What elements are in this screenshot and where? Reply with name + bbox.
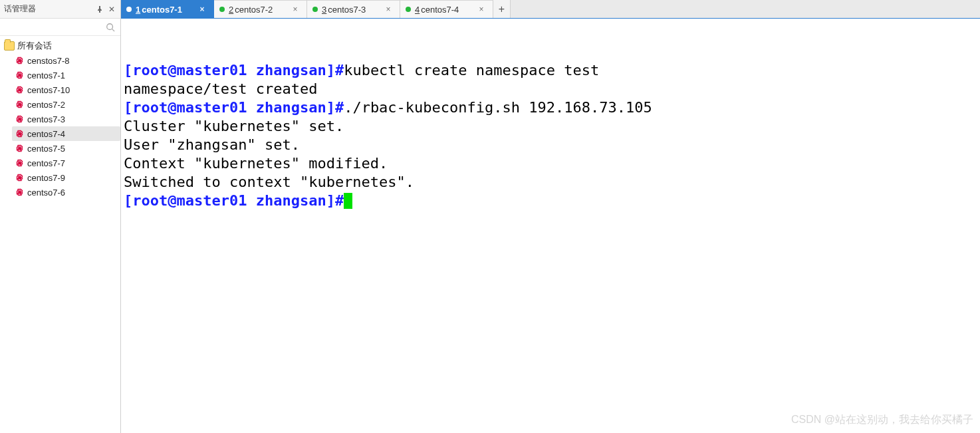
session-icon: ֍ — [15, 56, 24, 65]
session-icon: ֍ — [15, 71, 24, 80]
session-icon: ֍ — [15, 85, 24, 94]
main-area: 1 centos7-1×2 centos7-2×3 centos7-3×4 ce… — [121, 0, 980, 433]
tab-label: centos7-4 — [421, 5, 459, 15]
close-icon[interactable]: ✕ — [107, 5, 116, 14]
tab-close-icon[interactable]: × — [477, 5, 486, 14]
prompt: [root@master01 zhangsan]# — [124, 62, 344, 78]
session-item-label: centos7-7 — [27, 158, 65, 168]
session-item[interactable]: ֍centos7-10 — [12, 82, 120, 97]
tree-root-label: 所有会话 — [17, 40, 52, 52]
session-item[interactable]: ֍centos7-9 — [12, 170, 120, 185]
session-item-label: centos7-2 — [27, 100, 65, 110]
search-icon[interactable] — [104, 21, 116, 33]
prompt: [root@master01 zhangsan]# — [124, 192, 344, 209]
session-item[interactable]: ֍centos7-5 — [12, 141, 120, 156]
session-item-label: centos7-3 — [27, 114, 65, 124]
tab-close-icon[interactable]: × — [291, 5, 300, 14]
session-tree-children: ֍censtos7-8֍centos7-1֍centos7-10֍centos7… — [0, 53, 120, 200]
status-dot-icon — [312, 7, 318, 12]
session-icon: ֍ — [15, 173, 24, 182]
session-icon: ֍ — [15, 144, 24, 153]
terminal-cursor — [344, 193, 352, 209]
session-icon: ֍ — [15, 188, 24, 197]
session-item[interactable]: ֍centos7-4 — [12, 126, 120, 141]
watermark-text: CSDN @站在这别动，我去给你买橘子 — [791, 410, 973, 429]
tab-number: 3 — [322, 5, 326, 15]
session-item-label: centos7-1 — [27, 71, 65, 80]
tab-number: 2 — [229, 5, 233, 15]
session-tab[interactable]: 4 centos7-4× — [400, 0, 493, 18]
session-icon: ֍ — [15, 114, 24, 124]
sidebar-search-row — [0, 19, 120, 36]
session-tab[interactable]: 1 centos7-1× — [121, 0, 214, 18]
session-item-label: centos7-10 — [27, 85, 70, 95]
tab-label: centos7-2 — [235, 5, 273, 15]
session-item[interactable]: ֍centso7-6 — [12, 185, 120, 200]
session-item[interactable]: ֍censtos7-8 — [12, 53, 120, 68]
session-item[interactable]: ֍centos7-1 — [12, 68, 120, 82]
session-tree-root[interactable]: 所有会话 — [0, 39, 120, 53]
session-tab[interactable]: 3 centos7-3× — [307, 0, 400, 18]
svg-point-0 — [107, 23, 113, 29]
session-item-label: centos7-4 — [27, 129, 65, 139]
tab-number: 1 — [136, 5, 140, 15]
session-item[interactable]: ֍centos7-3 — [12, 112, 120, 126]
status-dot-icon — [406, 7, 411, 12]
session-item[interactable]: ֍centos7-7 — [12, 156, 120, 170]
folder-icon — [4, 41, 15, 51]
session-tab[interactable]: 2 centos7-2× — [214, 0, 307, 18]
tab-label: centos7-1 — [142, 5, 182, 15]
session-icon: ֍ — [15, 100, 24, 109]
session-item-label: censtos7-8 — [27, 56, 70, 66]
sidebar-title: 话管理器 — [4, 3, 36, 15]
new-tab-button[interactable]: + — [493, 0, 511, 18]
svg-line-1 — [112, 29, 115, 31]
prompt: [root@master01 zhangsan]# — [124, 99, 344, 116]
session-tree: 所有会话 ֍censtos7-8֍centos7-1֍centos7-10֍ce… — [0, 36, 120, 202]
tab-number: 4 — [415, 5, 420, 15]
status-dot-icon — [219, 7, 225, 12]
status-dot-icon — [126, 7, 132, 12]
tab-bar: 1 centos7-1×2 centos7-2×3 centos7-3×4 ce… — [121, 0, 980, 19]
terminal-output[interactable]: [root@master01 zhangsan]#kubectl create … — [121, 19, 980, 433]
session-item[interactable]: ֍centos7-2 — [12, 97, 120, 112]
tab-close-icon[interactable]: × — [384, 5, 393, 14]
sidebar-header: 话管理器 ✕ — [0, 0, 120, 19]
session-icon: ֍ — [15, 129, 24, 138]
session-item-label: centos7-9 — [27, 173, 65, 183]
tab-label: centos7-3 — [328, 5, 366, 15]
pin-icon[interactable] — [95, 5, 104, 14]
session-item-label: centso7-6 — [27, 188, 65, 198]
session-icon: ֍ — [15, 158, 24, 168]
session-manager-sidebar: 话管理器 ✕ 所有会话 ֍censtos7-8֍centos7-1֍centos… — [0, 0, 121, 433]
session-item-label: centos7-5 — [27, 144, 65, 154]
tab-close-icon[interactable]: × — [197, 5, 207, 14]
